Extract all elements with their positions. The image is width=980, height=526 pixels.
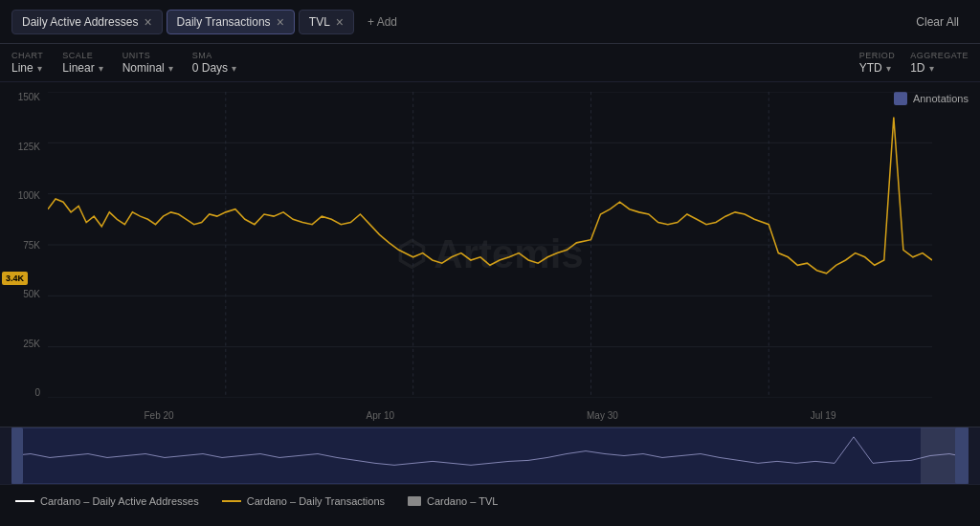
scale-chevron-icon: ▾ xyxy=(99,63,103,74)
period-select[interactable]: YTD ▾ xyxy=(859,61,896,75)
aggregate-value: 1D xyxy=(910,61,924,75)
legend-label-tvl: Cardano – TVL xyxy=(427,495,498,507)
mini-chart-container xyxy=(0,427,980,484)
tab-daily-active-addresses[interactable]: Daily Active Addresses × xyxy=(11,10,163,34)
y-label-150k: 150K xyxy=(18,92,40,102)
clear-all-button[interactable]: Clear All xyxy=(906,11,969,33)
sma-select[interactable]: 0 Days ▾ xyxy=(192,61,236,75)
tab-label-daily-active-addresses: Daily Active Addresses xyxy=(22,15,138,29)
add-tab-button[interactable]: + Add xyxy=(358,11,407,33)
units-chevron-icon: ▾ xyxy=(168,63,173,74)
x-label-apr10: Apr 10 xyxy=(367,410,394,421)
tab-tvl[interactable]: TVL × xyxy=(299,10,354,34)
chart-svg xyxy=(48,92,932,398)
period-control: PERIOD YTD ▾ xyxy=(859,51,896,75)
y-label-0: 0 xyxy=(34,387,40,398)
x-label-feb20: Feb 20 xyxy=(144,410,173,421)
legend-line-active-addresses xyxy=(15,500,34,502)
period-chevron-icon: ▾ xyxy=(886,63,891,74)
tab-close-daily-active-addresses[interactable]: × xyxy=(144,15,151,29)
svg-rect-14 xyxy=(955,427,969,484)
aggregate-control: AGGREGATE 1D ▾ xyxy=(910,51,969,75)
legend-item-transactions: Cardano – Daily Transactions xyxy=(222,495,385,507)
units-value: Nominal xyxy=(122,61,165,75)
tab-label-tvl: TVL xyxy=(309,15,330,29)
clear-all-label: Clear All xyxy=(916,15,959,29)
controls-right: PERIOD YTD ▾ AGGREGATE 1D ▾ xyxy=(859,51,969,75)
period-control-label: PERIOD xyxy=(859,51,896,60)
units-select[interactable]: Nominal ▾ xyxy=(122,61,173,75)
y-label-75k: 75K xyxy=(23,240,40,251)
mini-chart-svg xyxy=(11,427,969,484)
svg-rect-13 xyxy=(11,427,23,484)
legend-item-active-addresses: Cardano – Daily Active Addresses xyxy=(15,495,199,507)
y-label-50k: 50K xyxy=(23,289,40,299)
x-label-jul19: Jul 19 xyxy=(811,410,836,421)
units-control-label: UNITS xyxy=(122,51,173,60)
scale-control-label: SCALE xyxy=(62,51,102,60)
y-label-100k: 100K xyxy=(18,190,40,201)
y-label-125k: 125K xyxy=(18,142,40,152)
value-badge: 3.4K xyxy=(2,272,28,285)
tab-close-daily-transactions[interactable]: × xyxy=(277,15,284,29)
y-label-25k: 25K xyxy=(23,339,40,349)
legend-rect-tvl xyxy=(408,496,421,506)
scale-control: SCALE Linear ▾ xyxy=(62,51,102,75)
tab-close-tvl[interactable]: × xyxy=(336,15,344,29)
chart-select[interactable]: Line ▾ xyxy=(11,61,43,75)
y-axis: 150K 125K 100K 75K 50K 25K 0 xyxy=(0,92,48,398)
x-axis: Feb 20 Apr 10 May 30 Jul 19 xyxy=(48,410,932,421)
legend-item-tvl: Cardano – TVL xyxy=(408,495,498,507)
aggregate-select[interactable]: 1D ▾ xyxy=(910,61,969,75)
tab-bar: Daily Active Addresses × Daily Transacti… xyxy=(0,0,980,44)
chart-control: CHART Line ▾ xyxy=(11,51,43,75)
chart-container: Annotations 150K 125K 100K 75K 50K 25K 0… xyxy=(0,82,980,427)
chart-chevron-icon: ▾ xyxy=(37,63,42,74)
period-value: YTD xyxy=(859,61,882,75)
aggregate-chevron-icon: ▾ xyxy=(929,63,934,74)
tab-daily-transactions[interactable]: Daily Transactions × xyxy=(167,10,295,34)
chart-control-label: CHART xyxy=(11,51,43,60)
sma-chevron-icon: ▾ xyxy=(232,63,236,74)
legend-label-transactions: Cardano – Daily Transactions xyxy=(247,495,385,507)
sma-value: 0 Days xyxy=(192,61,228,75)
units-control: UNITS Nominal ▾ xyxy=(122,51,173,75)
tab-label-daily-transactions: Daily Transactions xyxy=(177,15,271,29)
legend-line-transactions xyxy=(222,500,241,502)
add-tab-label: + Add xyxy=(368,15,397,29)
chart-svg-area xyxy=(48,92,932,398)
aggregate-control-label: AGGREGATE xyxy=(910,51,969,60)
daily-transactions-line xyxy=(48,118,932,274)
chart-value: Line xyxy=(11,61,33,75)
scale-value: Linear xyxy=(62,61,94,75)
sma-control-label: SMA xyxy=(192,51,236,60)
sma-control: SMA 0 Days ▾ xyxy=(192,51,236,75)
svg-rect-12 xyxy=(921,427,959,484)
legend-bar: Cardano – Daily Active Addresses Cardano… xyxy=(0,484,980,516)
controls-bar: CHART Line ▾ SCALE Linear ▾ UNITS Nomina… xyxy=(0,44,980,82)
x-label-may30: May 30 xyxy=(587,410,618,421)
legend-label-active-addresses: Cardano – Daily Active Addresses xyxy=(40,495,199,507)
scale-select[interactable]: Linear ▾ xyxy=(62,61,102,75)
